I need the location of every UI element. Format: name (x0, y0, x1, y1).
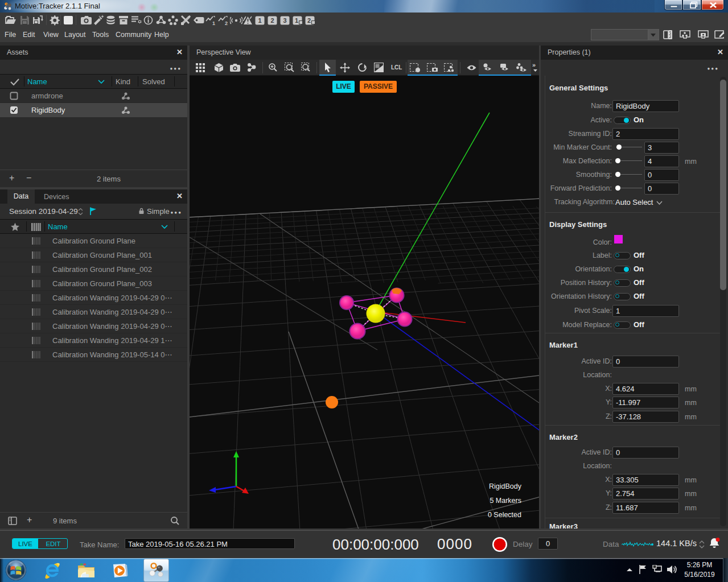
svg-text:1: 1 (212, 20, 215, 26)
svg-text:1: 1 (295, 17, 298, 24)
svg-text:1: 1 (258, 17, 261, 24)
svg-text:0 Selected: 0 Selected (488, 511, 521, 519)
svg-text:2: 2 (307, 17, 311, 24)
svg-text:2: 2 (225, 20, 228, 26)
svg-text:3: 3 (283, 17, 286, 24)
svg-text:5 Markers: 5 Markers (490, 497, 521, 505)
svg-text:RigidBody: RigidBody (489, 482, 522, 490)
svg-text:2: 2 (270, 17, 274, 24)
